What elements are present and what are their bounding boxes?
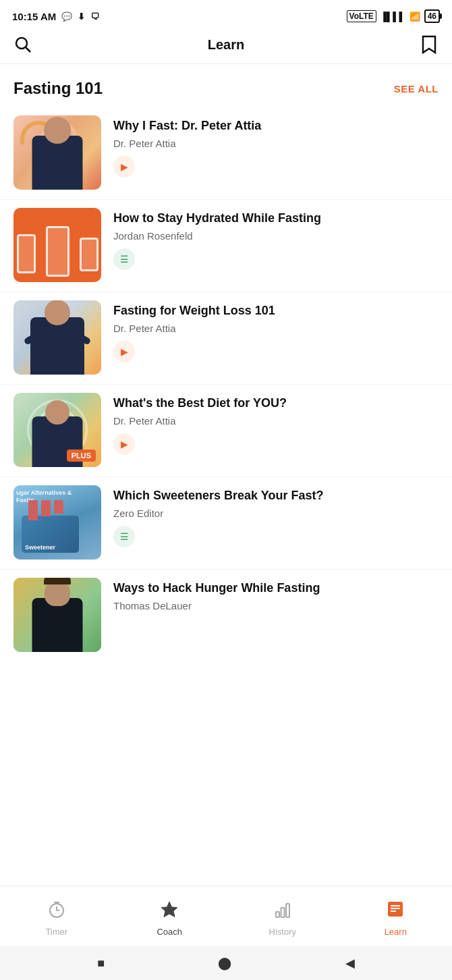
- item-content: Fasting for Weight Loss 101 Dr. Peter At…: [113, 300, 439, 362]
- status-indicators: VoLTE ▐▌▌▌ 📶 46: [347, 9, 440, 23]
- item-thumbnail: [13, 115, 101, 190]
- article-icon: ☰: [120, 254, 129, 265]
- list-item[interactable]: Fasting for Weight Loss 101 Dr. Peter At…: [0, 292, 452, 385]
- item-author: Zero Editor: [113, 508, 439, 519]
- item-author: Thomas DeLauer: [113, 600, 439, 611]
- item-title: How to Stay Hydrated While Fasting: [113, 211, 439, 226]
- glass-illustration: [13, 208, 101, 282]
- coach-label: Coach: [157, 927, 182, 937]
- item-title: Which Sweeteners Break Your Fast?: [113, 488, 439, 503]
- cellular-icon: ▐▌▌▌: [380, 11, 405, 22]
- article-badge: ☰: [113, 526, 135, 547]
- list-item[interactable]: How to Stay Hydrated While Fasting Jorda…: [0, 200, 452, 292]
- learn-icon: [386, 900, 405, 923]
- circle-button[interactable]: ⬤: [218, 956, 231, 971]
- item-thumbnail: [13, 578, 101, 652]
- item-thumbnail: PLUS: [13, 393, 101, 467]
- item-title: Ways to Hack Hunger While Fasting: [113, 580, 439, 596]
- list-item[interactable]: ugar Alternatives & Fastin Sweetener Whi…: [0, 477, 452, 570]
- status-bar: 10:15 AM 💬 ⬇ 🗨 VoLTE ▐▌▌▌ 📶 46: [0, 0, 452, 30]
- article-badge: ☰: [113, 248, 135, 270]
- section-title: Fasting 101: [13, 79, 103, 98]
- item-author: Dr. Peter Attia: [113, 323, 439, 334]
- video-badge: ▶: [113, 156, 135, 178]
- header: Learn: [0, 30, 452, 64]
- system-nav: ■ ⬤ ◀: [0, 946, 452, 980]
- time: 10:15 AM: [12, 11, 56, 22]
- page-title: Learn: [208, 37, 244, 53]
- item-thumbnail: [13, 208, 101, 282]
- nav-item-coach[interactable]: Coach: [113, 893, 227, 940]
- nav-item-timer[interactable]: Timer: [0, 893, 113, 940]
- item-content: Which Sweeteners Break Your Fast? Zero E…: [113, 485, 439, 547]
- bookmark-icon: [421, 35, 437, 54]
- download-icon: ⬇: [78, 11, 85, 22]
- see-all-button[interactable]: SEE ALL: [394, 83, 439, 94]
- wifi-icon: 📶: [409, 11, 420, 22]
- list-item[interactable]: Why I Fast: Dr. Peter Attia Dr. Peter At…: [0, 107, 452, 200]
- item-author: Jordan Rosenfeld: [113, 230, 439, 242]
- item-content: Ways to Hack Hunger While Fasting Thomas…: [113, 578, 439, 618]
- list-item[interactable]: PLUS What's the Best Diet for YOU? Dr. P…: [0, 385, 452, 477]
- bookmark-button[interactable]: [420, 35, 439, 54]
- svg-marker-6: [161, 902, 177, 917]
- item-author: Dr. Peter Attia: [113, 138, 439, 149]
- play-icon: ▶: [121, 439, 128, 450]
- list-item[interactable]: Ways to Hack Hunger While Fasting Thomas…: [0, 570, 452, 661]
- video-badge: ▶: [113, 433, 135, 455]
- nav-item-learn[interactable]: Learn: [339, 893, 453, 940]
- item-title: What's the Best Diet for YOU?: [113, 396, 439, 411]
- svg-point-0: [16, 38, 27, 49]
- play-icon: ▶: [121, 161, 128, 172]
- history-label: History: [269, 927, 296, 937]
- signal-icon: VoLTE: [347, 10, 376, 22]
- svg-line-1: [26, 47, 30, 52]
- square-button[interactable]: ■: [97, 956, 105, 971]
- item-author: Dr. Peter Attia: [113, 415, 439, 427]
- item-content: Why I Fast: Dr. Peter Attia Dr. Peter At…: [113, 115, 439, 178]
- search-button[interactable]: [13, 35, 32, 54]
- learn-label: Learn: [385, 927, 407, 937]
- item-content: How to Stay Hydrated While Fasting Jorda…: [113, 208, 439, 270]
- item-title: Fasting for Weight Loss 101: [113, 303, 439, 319]
- coach-icon: [160, 900, 179, 923]
- section-header: Fasting 101 SEE ALL: [0, 64, 452, 107]
- item-thumbnail: [13, 300, 101, 375]
- battery-icon: 46: [424, 9, 440, 23]
- bottom-nav: Timer Coach History: [0, 886, 452, 946]
- svg-rect-7: [276, 912, 279, 917]
- play-icon: ▶: [121, 346, 128, 357]
- status-time: 10:15 AM 💬 ⬇ 🗨: [12, 11, 99, 22]
- message-icon: 💬: [61, 11, 72, 22]
- item-content: What's the Best Diet for YOU? Dr. Peter …: [113, 393, 439, 455]
- nav-item-history[interactable]: History: [226, 893, 339, 940]
- plus-badge: PLUS: [67, 450, 96, 462]
- history-icon: [273, 900, 292, 923]
- video-badge: ▶: [113, 341, 135, 362]
- svg-rect-9: [286, 904, 289, 917]
- article-icon: ☰: [120, 531, 129, 542]
- item-thumbnail: ugar Alternatives & Fastin Sweetener: [13, 485, 101, 560]
- back-button[interactable]: ◀: [345, 956, 355, 971]
- timer-icon: [47, 900, 66, 923]
- timer-label: Timer: [45, 927, 67, 937]
- svg-rect-8: [281, 908, 284, 917]
- search-icon: [14, 36, 32, 53]
- voicemail-icon: 🗨: [90, 11, 99, 22]
- item-title: Why I Fast: Dr. Peter Attia: [113, 118, 439, 134]
- content-area: Fasting 101 SEE ALL Why I Fast: Dr. Pete…: [0, 64, 452, 742]
